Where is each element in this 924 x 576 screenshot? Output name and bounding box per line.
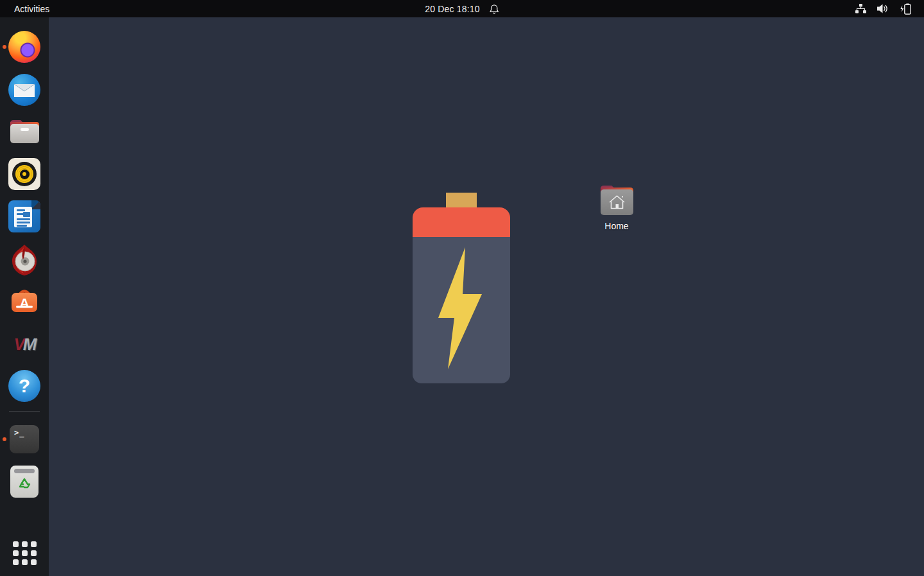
running-indicator — [3, 45, 6, 49]
dock-item-vmware[interactable]: V M — [8, 336, 40, 353]
brasero-disc-burner-icon — [8, 244, 40, 276]
ubuntu-software-icon: A — [8, 284, 40, 317]
volume-icon — [877, 4, 889, 13]
dock-item-firefox[interactable] — [8, 31, 40, 63]
bell-icon — [489, 4, 499, 14]
dock-item-files[interactable] — [8, 116, 40, 148]
clock-text: 20 Dec 18:10 — [425, 4, 480, 14]
battery-cap — [446, 193, 477, 209]
system-tray[interactable] — [851, 0, 916, 17]
dock-divider — [9, 411, 40, 412]
dock-item-trash[interactable] — [8, 466, 40, 498]
trash-lid — [14, 469, 35, 473]
wallpaper-battery-artwork — [413, 193, 510, 383]
activities-button[interactable]: Activities — [6, 0, 57, 17]
dock-item-help[interactable]: ? — [8, 370, 40, 402]
dock-item-brasero[interactable] — [8, 244, 40, 276]
vmware-letter-m: M — [23, 335, 35, 354]
rhythmbox-icon — [8, 158, 40, 190]
help-icon: ? — [8, 370, 40, 402]
running-indicator — [3, 437, 6, 441]
thunderbird-icon — [8, 74, 40, 106]
trash-icon — [10, 466, 38, 498]
clock-button[interactable]: 20 Dec 18:10 — [418, 0, 506, 17]
desktop-icon-home-folder[interactable]: Home — [592, 183, 641, 231]
home-icon-label: Home — [604, 221, 628, 231]
terminal-icon: >_ — [10, 425, 39, 453]
vmware-letter-v: V — [13, 335, 22, 354]
battery-top — [413, 207, 510, 238]
firefox-icon — [8, 31, 40, 63]
dock-item-libreoffice-writer[interactable] — [8, 200, 40, 232]
dock-item-terminal[interactable]: >_ — [8, 425, 40, 453]
libreoffice-writer-icon — [8, 200, 40, 232]
recycle-icon — [17, 477, 31, 491]
terminal-prompt-glyph: >_ — [14, 428, 24, 437]
dock: A V M ? >_ — [0, 17, 49, 576]
top-bar: Activities 20 Dec 18:10 — [0, 0, 924, 17]
dock-item-thunderbird[interactable] — [8, 74, 40, 106]
lightning-bolt-icon — [438, 247, 483, 369]
desktop[interactable]: Home — [49, 17, 924, 576]
wired-network-icon — [855, 4, 867, 13]
dock-item-rhythmbox[interactable] — [8, 158, 40, 190]
dock-item-show-applications[interactable] — [8, 541, 40, 564]
dock-item-ubuntu-software[interactable]: A — [8, 284, 40, 317]
battery-charging-icon — [899, 3, 912, 15]
home-folder-icon — [599, 183, 635, 216]
vmware-icon: V M — [8, 336, 40, 353]
show-applications-icon — [13, 541, 36, 564]
files-folder-icon — [8, 116, 40, 148]
